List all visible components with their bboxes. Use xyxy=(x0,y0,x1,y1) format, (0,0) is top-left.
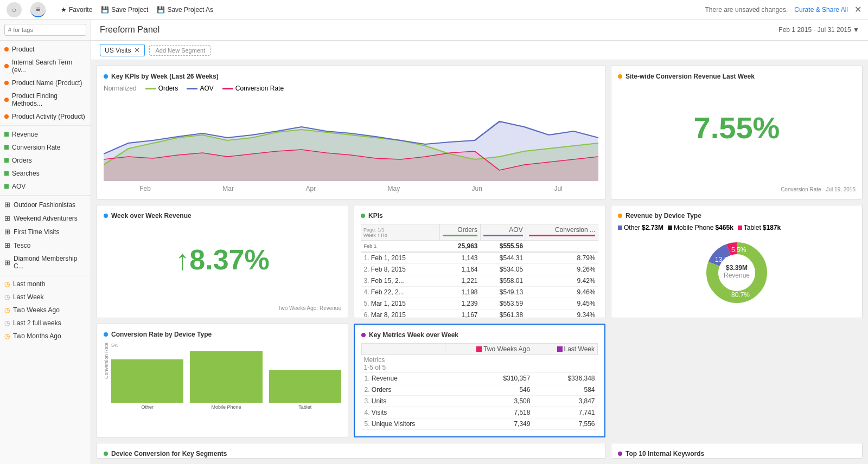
product-activity-dot xyxy=(4,114,9,119)
finding-methods-dot xyxy=(4,98,9,102)
col2-color-sq xyxy=(557,346,563,352)
close-button[interactable]: ✕ xyxy=(854,4,861,15)
col1-color-sq xyxy=(476,346,482,352)
sidebar-search[interactable] xyxy=(0,20,91,41)
sidebar-item-two-months-ago[interactable]: ◷ Two Months Ago xyxy=(0,330,91,343)
kpis-col-aov: AOV xyxy=(481,224,526,241)
bar-other-label: Other xyxy=(141,404,154,410)
sidebar-item-last-2-full-weeks[interactable]: ◷ Last 2 full weeks xyxy=(0,317,91,330)
search-term-dot xyxy=(4,64,9,68)
dashboard: Key KPIs by Week (Last 26 Weeks) Normali… xyxy=(91,60,868,464)
save-project-as-button[interactable]: 💾 Save Project As xyxy=(157,6,213,14)
kpis-total-aov: $555.56 xyxy=(481,241,526,253)
curate-button[interactable]: Curate & Share All xyxy=(794,6,848,14)
main-layout: Product Internal Search Term (ev... Prod… xyxy=(0,20,868,464)
sidebar-item-last-week[interactable]: ◷ Last Week xyxy=(0,291,91,304)
key-metrics-row-units: 3. Units 3,508 3,847 xyxy=(362,396,598,407)
panel-date[interactable]: Feb 1 2015 - Jul 31 2015 ▼ xyxy=(778,26,859,34)
revenue-device-legend: Other $2.73M Mobile Phone $465k Tablet $… xyxy=(618,224,856,231)
date-ranges-section: ◷ Last month ◷ Last Week ◷ Two Weeks Ago… xyxy=(0,275,91,345)
legend-tablet-color xyxy=(738,225,742,230)
conv-rate-sq xyxy=(4,145,9,150)
kpis-totals-row: Feb 1 25,963 $555.56 xyxy=(361,241,598,253)
sidebar-item-product-name[interactable]: Product Name (Product) xyxy=(0,76,91,89)
sidebar-item-aov[interactable]: AOV xyxy=(0,180,91,193)
key-metrics-dot xyxy=(361,333,366,337)
segments-section: ⊞ Outdoor Fashionistas ⊞ Weekend Adventu… xyxy=(0,196,91,275)
kpis-table: Page: 1/1 Week ↑ Ro Orders AOV xyxy=(361,224,598,318)
bar-mobile-bar xyxy=(190,351,262,403)
device-conv-title: Device Conversion for Key Segments xyxy=(104,450,598,457)
key-metrics-card: Key Metrics Week over Week Two Weeks Ago xyxy=(354,324,605,437)
kpis-total-orders: 25,963 xyxy=(440,241,481,253)
legend-other: Other $2.73M xyxy=(618,224,663,231)
sidebar-item-orders[interactable]: Orders xyxy=(0,154,91,167)
dimensions-section: Product Internal Search Term (ev... Prod… xyxy=(0,41,91,126)
key-metrics-row-revenue: 1. Revenue $310,357 $336,348 xyxy=(362,373,598,384)
kpis-table-body: 1. Feb 1, 2015 1,143 $544.31 8.79% 2. Fe… xyxy=(361,252,598,318)
device-conv-dot xyxy=(104,452,108,456)
kpi-chart-card: Key KPIs by Week (Last 26 Weeks) Normali… xyxy=(97,66,605,199)
conv-device-title: Conversion Rate by Device Type xyxy=(104,331,341,338)
top-bar-actions: ★ Favorite 💾 Save Project 💾 Save Project… xyxy=(61,6,213,14)
key-metrics-row-unique-visitors: 5. Unique Visitors 7,349 7,556 xyxy=(362,418,598,430)
segment-tag-label: US Visits xyxy=(105,47,131,54)
bar-other: Other xyxy=(111,359,183,410)
sidebar-item-last-month[interactable]: ◷ Last month xyxy=(0,278,91,291)
kpi-chart-dot xyxy=(104,74,108,79)
legend-other-color xyxy=(618,225,622,230)
sidebar-segment-weekend[interactable]: ⊞ Weekend Adventurers xyxy=(0,211,91,225)
sidebar-segment-outdoor[interactable]: ⊞ Outdoor Fashionistas xyxy=(0,198,91,211)
search-input[interactable] xyxy=(4,24,86,36)
week-revenue-subtitle: Two Weeks Ago: Revenue xyxy=(104,305,341,311)
conv-device-dot xyxy=(104,332,108,337)
rev-device-dot xyxy=(618,214,622,218)
save-project-button[interactable]: 💾 Save Project xyxy=(101,6,148,14)
key-metrics-title: Key Metrics Week over Week xyxy=(361,331,598,339)
sidebar-item-product[interactable]: Product xyxy=(0,43,91,56)
kpi-line-chart xyxy=(104,94,598,183)
kpi-chart-title: Key KPIs by Week (Last 26 Weeks) xyxy=(104,73,598,80)
sidebar-item-two-weeks-ago[interactable]: ◷ Two Weeks Ago xyxy=(0,304,91,317)
kpis-row: 3. Feb 15, 2... 1,221 $558.01 9.42% xyxy=(361,275,598,287)
clock-icon-two-weeks: ◷ xyxy=(4,306,10,314)
sidebar-segment-tesco[interactable]: ⊞ Tesco xyxy=(0,239,91,252)
sidebar-item-product-activity[interactable]: Product Activity (Product) xyxy=(0,110,91,123)
kpis-table-title: KPIs xyxy=(361,212,598,220)
site-conversion-value: 7.55% xyxy=(694,100,780,156)
add-segment-button[interactable]: Add New Segment xyxy=(149,45,211,56)
bar-chart-container: Conversion Rate 5% Other Mobile Phone xyxy=(104,343,341,430)
top-bar: ○ ≡ ★ Favorite 💾 Save Project 💾 Save Pro… xyxy=(0,0,868,20)
sidebar-item-revenue[interactable]: Revenue xyxy=(0,128,91,141)
sidebar: Product Internal Search Term (ev... Prod… xyxy=(0,20,91,464)
sidebar-segment-diamond[interactable]: ⊞ Diamond Membership C... xyxy=(0,252,91,273)
svg-text:80.7%: 80.7% xyxy=(731,291,750,299)
clock-icon-two-months: ◷ xyxy=(4,332,10,340)
product-dot xyxy=(4,47,9,51)
kpis-row: 2. Feb 8, 2015 1,164 $534.05 9.26% xyxy=(361,264,598,275)
save-as-icon: 💾 xyxy=(157,6,165,14)
sidebar-item-search-term[interactable]: Internal Search Term (ev... xyxy=(0,56,91,76)
top-keywords-card: Top 10 Internal Keywords Internal Search… xyxy=(611,443,863,459)
segment-icon-diamond: ⊞ xyxy=(4,259,10,267)
kpis-week-header: Week ↑ Ro xyxy=(363,233,437,238)
key-metrics-col1-header: Two Weeks Ago xyxy=(445,344,533,355)
bar-chart: Other Mobile Phone Tablet xyxy=(111,349,341,414)
top-keywords-title: Top 10 Internal Keywords xyxy=(618,450,856,457)
circle-icon[interactable]: ○ xyxy=(7,2,22,17)
menu-icon[interactable]: ≡ xyxy=(30,2,46,17)
sidebar-item-conversion-rate[interactable]: Conversion Rate xyxy=(0,141,91,154)
us-visits-segment[interactable]: US Visits ✕ xyxy=(100,44,145,56)
key-metrics-col2-header: Last Week xyxy=(533,344,597,355)
sidebar-item-finding-methods[interactable]: Product Finding Methods... xyxy=(0,89,91,110)
bar-mobile: Mobile Phone xyxy=(190,351,262,410)
sidebar-item-searches[interactable]: Searches xyxy=(0,167,91,180)
clock-icon-last-month: ◷ xyxy=(4,280,10,288)
favorite-button[interactable]: ★ Favorite xyxy=(61,6,92,14)
kpis-total-conv xyxy=(526,241,598,253)
segment-remove-button[interactable]: ✕ xyxy=(134,46,140,54)
revenue-device-title: Revenue by Device Type xyxy=(618,212,856,220)
unsaved-changes-text: There are unsaved changes. xyxy=(705,6,788,14)
key-metrics-row-orders: 2. Orders 546 584 xyxy=(362,384,598,396)
sidebar-segment-first-time[interactable]: ⊞ First Time Visits xyxy=(0,225,91,239)
